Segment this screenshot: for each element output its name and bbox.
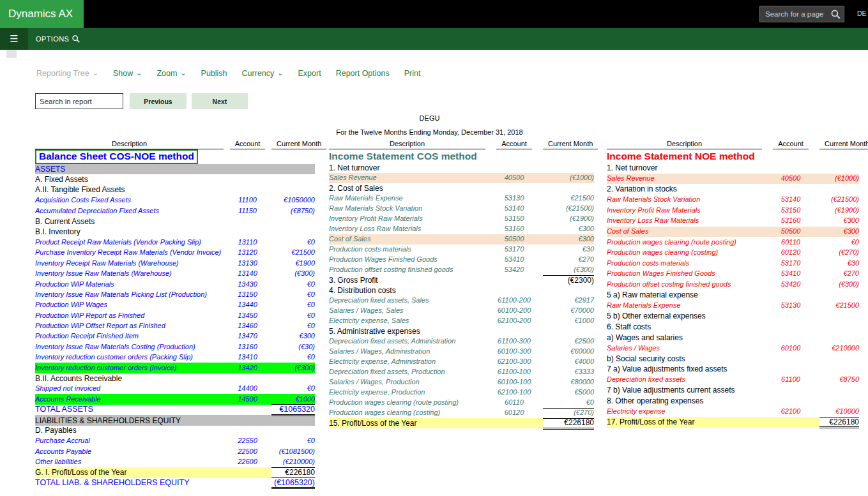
account-detail-row[interactable]: Sales Revenue40500(€1000) bbox=[607, 174, 859, 184]
description-cell: Salaries / Wages, Production bbox=[329, 377, 485, 387]
account-detail-row[interactable]: Depreciation fixed assets61100€8750 bbox=[607, 375, 859, 386]
account-detail-row[interactable]: Product Receipt Raw Materials (Vendor Pa… bbox=[35, 237, 315, 248]
toolbar-print[interactable]: Print bbox=[404, 69, 421, 78]
account-detail-row[interactable]: Inventory Issue Raw Materials Costing (P… bbox=[35, 342, 315, 352]
account-detail-row[interactable]: Purchase Inventory Receipt Raw Materials… bbox=[35, 248, 315, 258]
value-cell: (€30) bbox=[271, 342, 315, 352]
description-cell: Sales Revenue bbox=[607, 174, 762, 184]
account-detail-row[interactable]: Salaries / Wages, Sales60100-200€70000 bbox=[329, 306, 594, 316]
description-cell: Production Wages Finished Goods bbox=[607, 269, 762, 280]
account-detail-row[interactable]: Production Wages Finished Goods53410€270 bbox=[607, 269, 859, 280]
account-detail-row[interactable]: Accumulated Depreciation Fixed Assets111… bbox=[35, 206, 315, 216]
account-detail-row[interactable]: Production wages clearing (costing)60120… bbox=[329, 408, 594, 418]
account-detail-row[interactable]: Production costs materials53170€30 bbox=[607, 258, 859, 269]
next-button[interactable]: Next bbox=[192, 93, 248, 109]
account-detail-row[interactable]: Inventory Loss Raw Materials53160€300 bbox=[607, 216, 859, 227]
account-cell: 13450 bbox=[224, 310, 271, 320]
account-detail-row[interactable]: Acquisition Costs Fixed Assets11100€1050… bbox=[35, 195, 315, 206]
description-cell: Accounts Receivable bbox=[35, 394, 224, 404]
account-detail-row[interactable]: Production wages clearing (route posting… bbox=[607, 237, 859, 248]
toolbar-publish[interactable]: Publish bbox=[201, 69, 227, 78]
account-detail-row[interactable]: Inventory Profit Raw Materials53150(€190… bbox=[329, 214, 594, 224]
description-cell: Raw Materials Expense bbox=[607, 301, 762, 312]
account-detail-row[interactable]: Shipped not invoiced14400€0 bbox=[35, 384, 315, 394]
description-cell: 2. Variation in stocks bbox=[607, 184, 819, 195]
account-detail-row[interactable]: Inventory reduction customer orders (Pac… bbox=[35, 352, 315, 363]
toolbar-item-label: Show bbox=[113, 69, 133, 78]
account-detail-row[interactable]: Accounts Payable22500(€1081500) bbox=[35, 446, 315, 456]
account-detail-row[interactable]: Production offset costing finished goods… bbox=[329, 265, 594, 275]
account-detail-row[interactable]: Inventory Issue Raw Materials (Warehouse… bbox=[35, 269, 315, 279]
nav-bar: ☰ OPTIONS bbox=[0, 28, 868, 50]
account-cell: 62100-100 bbox=[485, 387, 543, 398]
account-detail-row[interactable]: Purchase Accrual22550€0 bbox=[35, 436, 315, 446]
account-detail-row[interactable]: Salaries / Wages60100€210000 bbox=[607, 343, 859, 354]
account-detail-row[interactable]: Salaries / Wages, Production60100-100€80… bbox=[329, 377, 594, 387]
account-cell: 53150 bbox=[485, 214, 543, 224]
account-detail-row[interactable]: Sales Revenue40500(€1000) bbox=[329, 173, 594, 183]
value-cell bbox=[543, 285, 594, 296]
account-detail-row[interactable]: Production costs materials53170€30 bbox=[329, 244, 594, 255]
account-detail-row[interactable]: Raw Materials Expense53130€21500 bbox=[607, 301, 859, 312]
account-detail-row[interactable]: Inventory Issue Raw Materials Picking Li… bbox=[35, 290, 315, 300]
account-detail-row[interactable]: Production Receipt Finished Item13470€30… bbox=[35, 331, 315, 342]
toolbar-currency[interactable]: Currency⌄ bbox=[242, 69, 284, 78]
toolbar-show[interactable]: Show⌄ bbox=[113, 69, 142, 78]
user-initials[interactable]: DE bbox=[857, 10, 867, 17]
value-cell: €226180 bbox=[819, 417, 859, 428]
account-detail-row[interactable]: Depreciation fixed assets, Administratio… bbox=[329, 336, 594, 347]
page-search-input[interactable] bbox=[760, 6, 832, 22]
report-search-input[interactable] bbox=[35, 93, 123, 109]
app-logo[interactable]: Dynamics AX bbox=[0, 0, 84, 28]
value-cell: (€2300) bbox=[543, 275, 594, 285]
account-detail-row[interactable]: Production wages clearing (costing)60120… bbox=[607, 248, 859, 259]
description-cell: Production WIP Report as Finished bbox=[35, 310, 224, 320]
value-cell: €0 bbox=[271, 237, 315, 248]
account-detail-row[interactable]: Depreciation fixed assets, Production611… bbox=[329, 367, 594, 377]
description-cell: Production WIP Wages bbox=[35, 300, 224, 310]
account-detail-row[interactable]: Production offset costing finished goods… bbox=[607, 280, 859, 290]
account-detail-row[interactable]: Electricity expense62100€10000 bbox=[607, 407, 859, 417]
toolbar-reporting-tree[interactable]: Reporting Tree⌄ bbox=[36, 69, 98, 78]
account-detail-row[interactable]: Salaries / Wages, Administration60100-30… bbox=[329, 347, 594, 357]
toolbar-report-options[interactable]: Report Options bbox=[336, 69, 390, 78]
account-detail-row[interactable]: Production Wages Finished Goods53410€270 bbox=[329, 255, 594, 265]
account-detail-row[interactable]: Inventory Profit Raw Materials53150(€190… bbox=[607, 205, 859, 216]
account-detail-row[interactable]: Production WIP Wages13440€0 bbox=[35, 300, 315, 310]
value-cell bbox=[271, 216, 315, 227]
value-cell bbox=[819, 290, 859, 301]
value-cell: €1000 bbox=[271, 394, 315, 404]
account-detail-row[interactable]: Raw Materials Expense53130€21500 bbox=[329, 193, 594, 204]
account-detail-row[interactable]: Production wages clearing (route posting… bbox=[329, 398, 594, 408]
toolbar-zoom[interactable]: Zoom⌄ bbox=[156, 69, 186, 78]
account-cell: 13420 bbox=[224, 363, 271, 373]
account-detail-row[interactable]: Production WIP Offset Report as Finished… bbox=[35, 321, 315, 331]
account-detail-row[interactable]: Inventory Receipt Raw Materials (Warehou… bbox=[35, 258, 315, 268]
account-detail-row[interactable]: Raw Materials Stock Variation53140(€2150… bbox=[329, 204, 594, 214]
section-bar: LIABILITIES & SHAREHOLDERS EQUITY bbox=[35, 415, 315, 425]
top-bar: Dynamics AX DE bbox=[0, 0, 868, 28]
account-detail-row[interactable]: Production WIP Report as Finished13450€0 bbox=[35, 310, 315, 320]
description-cell: 2. Cost of Sales bbox=[329, 183, 543, 193]
account-detail-row[interactable]: Electricity expense, Production62100-100… bbox=[329, 387, 594, 398]
options-menu[interactable]: OPTIONS bbox=[36, 28, 69, 50]
account-detail-row[interactable]: Electricity expense, Sales62100-200€1000 bbox=[329, 316, 594, 326]
account-detail-row[interactable]: Production WIP Materials13430€0 bbox=[35, 279, 315, 289]
account-detail-row[interactable]: Inventory Loss Raw Materials53160€300 bbox=[329, 224, 594, 234]
account-detail-row[interactable]: Accounts Receivable14500€1000 bbox=[35, 394, 315, 404]
account-detail-row[interactable]: Inventory reduction customer orders (Inv… bbox=[35, 363, 315, 373]
toolbar-export[interactable]: Export bbox=[298, 69, 321, 78]
account-detail-row[interactable]: Cost of Sales50500€300 bbox=[607, 227, 859, 237]
hamburger-icon[interactable]: ☰ bbox=[0, 28, 28, 50]
account-detail-row[interactable]: Other liabilities22600(€210000) bbox=[35, 457, 315, 467]
value-cell: €226180 bbox=[271, 467, 315, 477]
search-icon[interactable] bbox=[72, 34, 80, 43]
account-detail-row[interactable]: Electricity expense, Administration62100… bbox=[329, 357, 594, 367]
account-detail-row[interactable]: Cost of Sales50500€300 bbox=[329, 234, 594, 244]
account-detail-row[interactable]: Raw Materials Stock Variation53140(€2150… bbox=[607, 195, 859, 206]
account-detail-row[interactable]: Depreciation fixed assets, Sales61100-20… bbox=[329, 296, 594, 306]
previous-button[interactable]: Previous bbox=[130, 93, 187, 109]
value-cell: €300 bbox=[819, 227, 859, 237]
value-cell: €300 bbox=[543, 224, 594, 234]
search-icon[interactable] bbox=[830, 9, 841, 20]
